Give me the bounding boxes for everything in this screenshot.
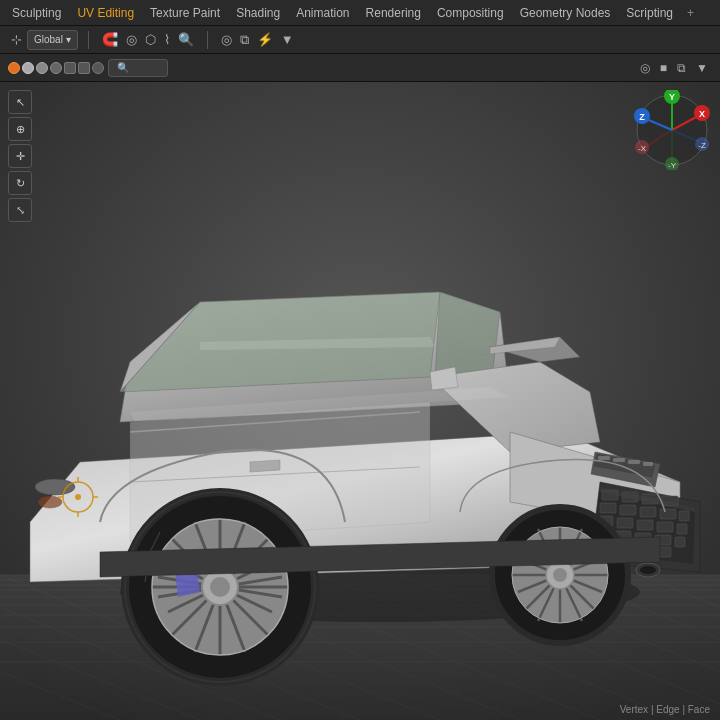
menu-rendering[interactable]: Rendering [358, 0, 429, 25]
menu-geometry-nodes[interactable]: Geometry Nodes [512, 0, 619, 25]
front-wheel [125, 492, 315, 682]
svg-rect-30 [600, 503, 616, 513]
third-toolbar: 🔍 ◎ ■ ⧉ ▼ [0, 54, 720, 82]
viewport-info: Vertex | Edge | Face [620, 704, 710, 715]
svg-text:Y: Y [669, 92, 675, 102]
nav-gizmo[interactable]: X Y Z -X -Y -Z [632, 90, 712, 170]
select-tool[interactable]: ↖ [8, 90, 32, 114]
view-controls: ◎ ■ ⧉ ▼ [636, 59, 712, 77]
extra-icon[interactable]: ⌇ [161, 30, 173, 49]
separator-2 [207, 31, 208, 49]
svg-rect-51 [628, 460, 640, 464]
rotate-tool[interactable]: ↻ [8, 171, 32, 195]
viewport-shading-icon[interactable]: ◎ [218, 30, 235, 49]
svg-point-71 [210, 577, 230, 597]
global-dropdown[interactable]: Global ▾ [27, 30, 78, 50]
menu-texture-paint[interactable]: Texture Paint [142, 0, 228, 25]
right-group: ◎ ⧉ ⚡ ▼ [218, 30, 297, 50]
dot-gray-1[interactable] [50, 62, 62, 74]
svg-rect-39 [677, 524, 687, 534]
dot-orange[interactable] [8, 62, 20, 74]
dot-box-1[interactable] [64, 62, 76, 74]
render-view-icon[interactable]: ■ [656, 59, 671, 77]
car-scene-svg [0, 82, 720, 720]
svg-point-56 [640, 566, 656, 574]
svg-text:-Z: -Z [698, 141, 706, 150]
display-mode-dropdown[interactable]: ▼ [692, 59, 712, 77]
viewport-overlay: X Y Z -X -Y -Z [632, 90, 712, 170]
svg-rect-31 [620, 505, 636, 515]
scale-tool[interactable]: ⤡ [8, 198, 32, 222]
cursor-tool[interactable]: ⊕ [8, 117, 32, 141]
svg-point-88 [35, 479, 75, 495]
svg-text:-Y: -Y [668, 161, 677, 170]
menu-add-workspace[interactable]: + [681, 6, 700, 20]
menu-compositing[interactable]: Compositing [429, 0, 512, 25]
svg-rect-49 [598, 456, 610, 460]
svg-text:X: X [699, 109, 705, 119]
separator-1 [88, 31, 89, 49]
menu-shading[interactable]: Shading [228, 0, 288, 25]
svg-rect-44 [675, 537, 685, 547]
svg-rect-50 [613, 458, 625, 462]
svg-rect-33 [660, 509, 676, 519]
search-icon[interactable]: 🔍 [175, 30, 197, 49]
svg-rect-34 [679, 511, 689, 521]
snap-group: 🧲 ◎ ⬡ ⌇ 🔍 [99, 30, 197, 49]
rear-wheel [492, 507, 628, 643]
svg-rect-37 [637, 520, 653, 530]
dot-box-2[interactable] [78, 62, 90, 74]
proportional-edit-icon[interactable]: ◎ [123, 30, 140, 49]
svg-point-86 [553, 568, 567, 582]
svg-text:Z: Z [639, 112, 645, 122]
dot-white-2[interactable] [36, 62, 48, 74]
transform-group: ⊹ Global ▾ [8, 30, 78, 50]
svg-rect-38 [657, 522, 673, 532]
mirror-icon[interactable]: ⬡ [142, 30, 159, 49]
transform-pivot-icon[interactable]: ⊹ [8, 30, 25, 49]
menu-animation[interactable]: Animation [288, 0, 357, 25]
menu-scripting[interactable]: Scripting [618, 0, 681, 25]
overlay-toggle[interactable]: ⧉ [673, 59, 690, 77]
dot-icons-group [8, 62, 104, 74]
search-box[interactable]: 🔍 [108, 59, 168, 77]
filter-icon[interactable]: ▼ [278, 30, 297, 49]
dot-white-1[interactable] [22, 62, 34, 74]
svg-text:-X: -X [638, 144, 647, 153]
menu-sculpting[interactable]: Sculpting [4, 0, 69, 25]
svg-rect-32 [640, 507, 656, 517]
svg-rect-36 [617, 518, 633, 528]
top-menu-bar: Sculpting UV Editing Texture Paint Shadi… [0, 0, 720, 26]
menu-uv-editing[interactable]: UV Editing [69, 0, 142, 25]
nav-gizmo-svg: X Y Z -X -Y -Z [632, 90, 712, 170]
svg-point-91 [75, 494, 81, 500]
render-icon[interactable]: ⚡ [254, 30, 276, 49]
viewport-3d[interactable]: X Y Z -X -Y -Z ↖ ⊕ ✛ ↻ ⤡ [0, 82, 720, 720]
svg-rect-52 [643, 462, 653, 466]
move-tool[interactable]: ✛ [8, 144, 32, 168]
left-tools-panel: ↖ ⊕ ✛ ↻ ⤡ [8, 90, 32, 222]
second-toolbar: ⊹ Global ▾ 🧲 ◎ ⬡ ⌇ 🔍 ◎ ⧉ ⚡ ▼ [0, 26, 720, 54]
overlay-icon[interactable]: ⧉ [237, 30, 252, 50]
snap-icon[interactable]: 🧲 [99, 30, 121, 49]
svg-point-89 [38, 496, 62, 508]
dot-circle[interactable] [92, 62, 104, 74]
global-label: Global ▾ [34, 34, 71, 45]
camera-icon[interactable]: ◎ [636, 59, 654, 77]
